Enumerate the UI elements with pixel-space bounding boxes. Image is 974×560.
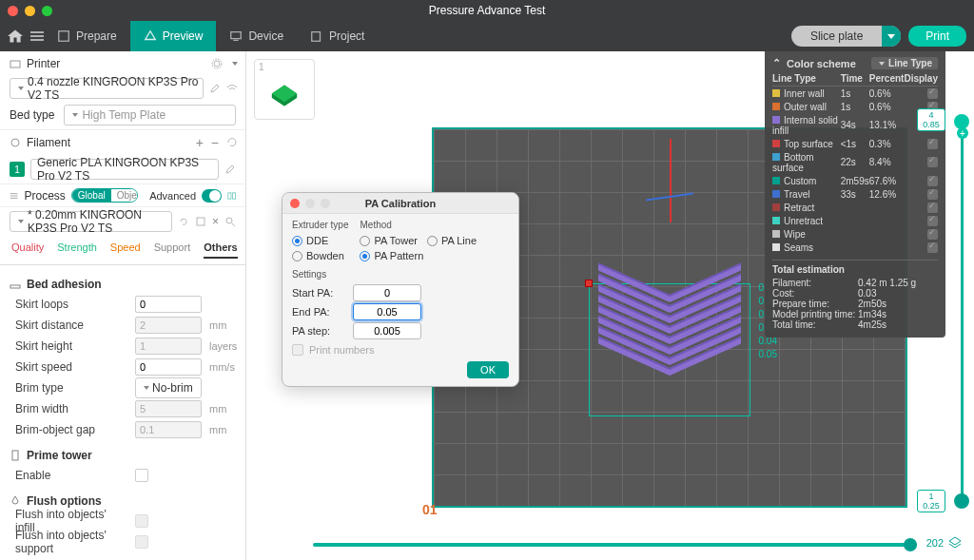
menu-icon[interactable] (30, 31, 44, 41)
home-icon[interactable] (8, 29, 23, 44)
chevron-down-icon[interactable] (232, 62, 238, 66)
preview-viewer[interactable]: Untitled 0.0 0.01 0.02 0.03 0.04 0.05 01 (246, 51, 974, 560)
nav-project[interactable]: Project (297, 21, 378, 51)
legend-row[interactable]: Retract (772, 201, 938, 214)
gcode-horizontal-slider[interactable]: 202 (313, 543, 917, 547)
print-button[interactable]: Print (908, 26, 966, 47)
gear-icon[interactable] (211, 58, 223, 69)
vslider-add-top[interactable]: + (957, 127, 968, 139)
edit-icon[interactable] (209, 83, 221, 94)
skirt-speed-input[interactable] (135, 358, 202, 376)
maximize-window[interactable] (42, 6, 52, 16)
layer-vertical-slider[interactable]: 40.85 + 10.25 (949, 108, 974, 522)
legend-row[interactable]: Bottom surface22s8.4% (772, 150, 938, 174)
vslider-bottom-thumb[interactable] (954, 493, 969, 509)
tab-others[interactable]: Others (204, 241, 237, 259)
axis-z-indicator (670, 139, 672, 222)
printer-preset-select[interactable]: 0.4 nozzle KINGROON KP3S Pro V2 TS (10, 78, 204, 99)
color-scheme-legend: ⌃ Color scheme Line Type Line Type Time … (765, 51, 945, 338)
close-icon[interactable]: × (212, 215, 219, 228)
legend-display-checkbox[interactable] (927, 216, 938, 226)
wifi-icon[interactable] (226, 83, 238, 94)
end-pa-input[interactable] (353, 303, 421, 320)
nav-prepare[interactable]: Prepare (44, 21, 130, 51)
legend-row[interactable]: Unretract (772, 214, 938, 227)
nav-preview[interactable]: Preview (130, 21, 217, 51)
dialog-close[interactable] (290, 199, 300, 208)
legend-display-checkbox[interactable] (927, 88, 938, 99)
ok-button[interactable]: OK (467, 361, 509, 378)
tab-quality[interactable]: Quality (11, 241, 44, 259)
compare-icon[interactable] (227, 190, 236, 202)
legend-display-checkbox[interactable] (927, 176, 938, 186)
plus-icon[interactable]: + (196, 135, 204, 150)
svg-rect-11 (197, 218, 205, 225)
pa-step-input[interactable] (353, 322, 421, 339)
tab-strength[interactable]: Strength (57, 241, 97, 259)
flush-icon (10, 495, 21, 507)
nav-device[interactable]: Device (216, 21, 297, 51)
thumbnail-shape (263, 68, 305, 110)
slice-plate-button[interactable]: Slice plate (791, 26, 901, 47)
search-icon[interactable] (224, 216, 236, 227)
save-icon[interactable] (195, 216, 206, 227)
filament-swatch[interactable]: 1 (10, 162, 25, 177)
flush-support-checkbox (135, 535, 148, 549)
legend-row[interactable]: Outer wall1s0.6% (772, 100, 938, 113)
legend-display-checkbox[interactable] (927, 189, 938, 200)
prime-tower-header[interactable]: Prime tower (10, 446, 236, 465)
edit-icon[interactable] (224, 164, 236, 175)
svg-rect-15 (12, 451, 18, 460)
skirt-loops-input[interactable] (135, 296, 202, 313)
radio-pa-line[interactable]: PA Line (427, 233, 477, 248)
filament-select[interactable]: Generic PLA KINGROON KP3S Pro V2 TS (30, 159, 219, 180)
svg-point-8 (11, 139, 19, 146)
flush-infill-checkbox (135, 514, 148, 528)
undo-icon[interactable] (178, 216, 189, 227)
radio-pa-pattern[interactable]: PA Pattern (360, 248, 477, 263)
tab-speed[interactable]: Speed (110, 241, 141, 259)
process-label: Process (24, 189, 65, 203)
process-preset-select[interactable]: * 0.20mm KINGROON KP3S Pro V2 TS (10, 211, 172, 232)
legend-row[interactable]: Top surface<1s0.3% (772, 137, 938, 150)
model-preview[interactable]: 0.0 0.01 0.02 0.03 0.04 0.05 (598, 295, 741, 409)
top-nav: Prepare Preview Device Project Slice pla… (0, 21, 974, 51)
brim-width-input (135, 400, 202, 417)
radio-bowden[interactable]: Bowden (292, 248, 348, 263)
global-objects-toggle[interactable]: Global Objects (71, 188, 138, 203)
chevron-down-icon[interactable]: ⌃ (772, 57, 781, 69)
legend-row[interactable]: Seams (772, 241, 938, 254)
legend-row[interactable]: Custom2m59s67.6% (772, 174, 938, 187)
slice-dropdown[interactable] (882, 26, 901, 47)
device-icon (229, 29, 243, 43)
svg-marker-1 (145, 31, 155, 40)
legend-display-checkbox[interactable] (927, 157, 938, 167)
start-pa-input[interactable] (353, 284, 421, 301)
close-window[interactable] (8, 6, 18, 16)
prime-tower-enable-checkbox[interactable] (135, 469, 148, 482)
legend-display-checkbox[interactable] (927, 242, 938, 253)
advanced-toggle[interactable] (202, 189, 221, 203)
plate-thumbnail[interactable]: 1 (254, 59, 315, 120)
legend-display-checkbox[interactable] (927, 229, 938, 240)
sync-icon[interactable] (226, 137, 238, 148)
radio-dde[interactable]: DDE (292, 233, 348, 248)
bedtype-select[interactable]: High Temp Plate (64, 105, 236, 126)
model-handle[interactable] (585, 280, 593, 287)
minus-icon[interactable]: − (211, 135, 219, 150)
layers-icon[interactable] (947, 535, 963, 550)
legend-display-checkbox[interactable] (927, 139, 938, 149)
minimize-window[interactable] (25, 6, 35, 16)
legend-row[interactable]: Inner wall1s0.6% (772, 87, 938, 101)
hslider-thumb[interactable] (904, 538, 917, 551)
radio-pa-tower[interactable]: PA Tower (360, 233, 417, 248)
bed-adhesion-header[interactable]: Bed adhesion (10, 275, 236, 294)
legend-row[interactable]: Wipe (772, 227, 938, 241)
tab-support[interactable]: Support (154, 241, 191, 259)
legend-row[interactable]: Travel33s12.6% (772, 187, 938, 201)
brim-type-select[interactable]: No-brim (135, 377, 202, 398)
color-scheme-select[interactable]: Line Type (871, 57, 938, 69)
legend-display-checkbox[interactable] (927, 203, 938, 213)
plate-number: 01 (422, 502, 438, 517)
legend-row[interactable]: Internal solid infill34s13.1% (772, 113, 938, 137)
